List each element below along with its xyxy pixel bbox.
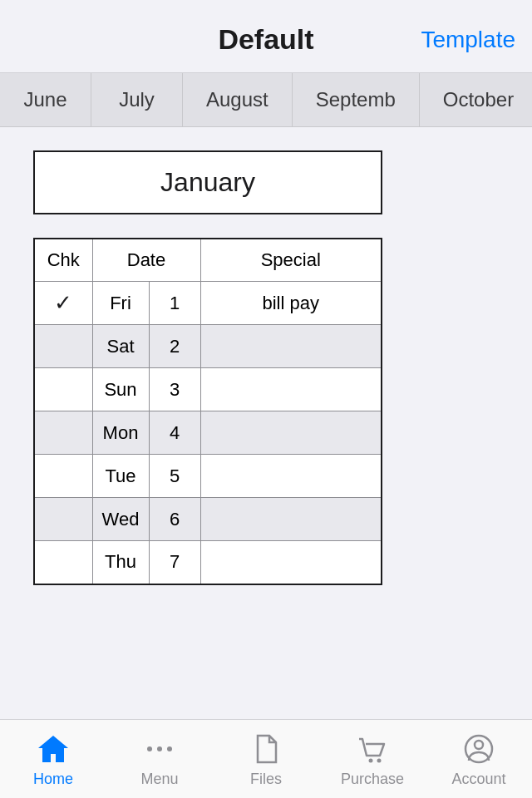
num-cell: 6 bbox=[149, 498, 200, 541]
svg-point-3 bbox=[369, 758, 373, 762]
calendar-table: Chk Date Special ✓Fri1bill paySat2Sun3Mo… bbox=[33, 238, 382, 585]
table-row: Mon4 bbox=[34, 411, 382, 455]
tab-menu[interactable]: Menu bbox=[106, 731, 213, 788]
month-tab-august[interactable]: August bbox=[183, 73, 293, 126]
tab-purchase-label: Purchase bbox=[341, 771, 404, 788]
tab-home[interactable]: Home bbox=[0, 731, 106, 788]
month-tab-july[interactable]: July bbox=[91, 73, 183, 126]
special-cell[interactable] bbox=[200, 325, 382, 368]
tab-account[interactable]: Account bbox=[426, 731, 532, 788]
tab-account-label: Account bbox=[451, 771, 505, 788]
special-cell[interactable]: bill pay bbox=[200, 282, 382, 325]
num-cell: 5 bbox=[149, 455, 200, 498]
day-cell: Wed bbox=[92, 498, 149, 541]
num-cell: 7 bbox=[149, 541, 200, 584]
special-cell[interactable] bbox=[200, 368, 382, 411]
header: Default Template bbox=[0, 0, 532, 73]
col-header-chk: Chk bbox=[34, 239, 92, 282]
chk-cell[interactable] bbox=[34, 368, 92, 411]
month-tabs: JuneJulyAugustSeptembOctoberNo bbox=[0, 73, 532, 127]
table-row: Sat2 bbox=[34, 325, 382, 368]
page-title: Default bbox=[218, 23, 313, 56]
svg-point-6 bbox=[475, 741, 483, 749]
tab-purchase[interactable]: Purchase bbox=[319, 731, 426, 788]
files-icon bbox=[248, 731, 284, 767]
svg-point-0 bbox=[147, 746, 152, 751]
table-row: ✓Fri1bill pay bbox=[34, 282, 382, 325]
month-tab-septemb[interactable]: Septemb bbox=[293, 73, 420, 126]
chk-cell[interactable] bbox=[34, 325, 92, 368]
purchase-icon bbox=[354, 731, 391, 767]
chk-cell[interactable]: ✓ bbox=[34, 282, 92, 325]
tab-bar: Home Menu Files Purchase bbox=[0, 719, 532, 798]
day-cell: Thu bbox=[92, 541, 149, 584]
num-cell: 3 bbox=[149, 368, 200, 411]
day-cell: Sun bbox=[92, 368, 149, 411]
tab-files[interactable]: Files bbox=[213, 731, 319, 788]
table-row: Thu7 bbox=[34, 541, 382, 584]
chk-cell[interactable] bbox=[34, 498, 92, 541]
day-cell: Sat bbox=[92, 325, 149, 368]
home-icon bbox=[35, 731, 71, 767]
special-cell[interactable] bbox=[200, 455, 382, 498]
special-cell[interactable] bbox=[200, 498, 382, 541]
table-row: Wed6 bbox=[34, 498, 382, 541]
svg-point-4 bbox=[377, 758, 382, 762]
chk-cell[interactable] bbox=[34, 541, 92, 584]
current-month-label[interactable]: January bbox=[33, 150, 382, 214]
num-cell: 2 bbox=[149, 325, 200, 368]
num-cell: 1 bbox=[149, 282, 200, 325]
day-cell: Fri bbox=[92, 282, 149, 325]
tab-home-label: Home bbox=[33, 771, 73, 788]
menu-icon bbox=[141, 731, 178, 767]
month-tab-october[interactable]: October bbox=[420, 73, 532, 126]
special-cell[interactable] bbox=[200, 541, 382, 584]
day-cell: Tue bbox=[92, 455, 149, 498]
chk-cell[interactable] bbox=[34, 455, 92, 498]
special-cell[interactable] bbox=[200, 411, 382, 455]
svg-point-1 bbox=[157, 746, 162, 751]
num-cell: 4 bbox=[149, 411, 200, 455]
day-cell: Mon bbox=[92, 411, 149, 455]
checkmark: ✓ bbox=[54, 290, 72, 315]
svg-point-2 bbox=[167, 746, 172, 751]
tab-menu-label: Menu bbox=[140, 771, 178, 788]
col-header-special: Special bbox=[200, 239, 382, 282]
table-row: Sun3 bbox=[34, 368, 382, 411]
template-button[interactable]: Template bbox=[421, 27, 515, 53]
main-content: January Chk Date Special ✓Fri1bill paySa… bbox=[0, 127, 532, 608]
col-header-date: Date bbox=[92, 239, 200, 282]
month-tab-june[interactable]: June bbox=[0, 73, 91, 126]
account-icon bbox=[461, 731, 497, 767]
chk-cell[interactable] bbox=[34, 411, 92, 455]
tab-files-label: Files bbox=[250, 771, 282, 788]
table-row: Tue5 bbox=[34, 455, 382, 498]
